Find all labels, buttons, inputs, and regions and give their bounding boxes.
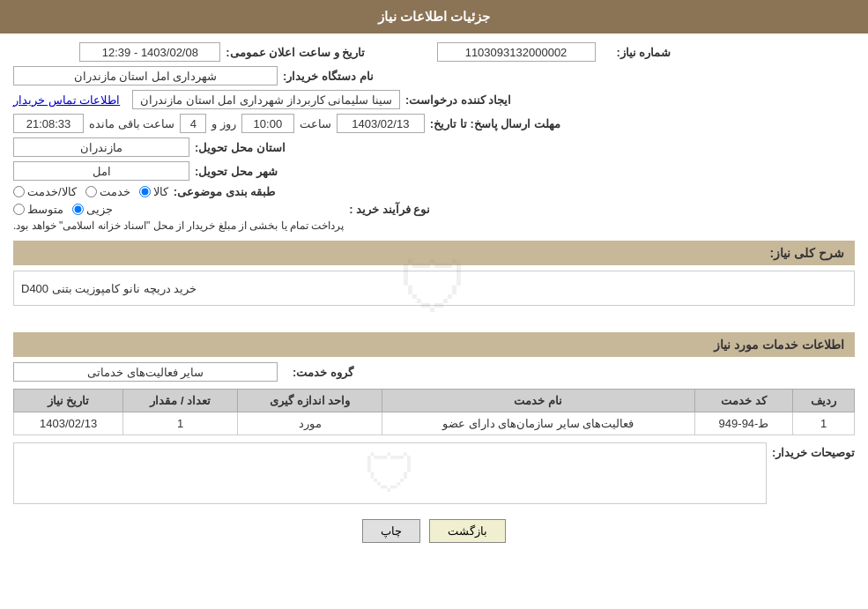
process-motavaset-label: متوسط	[27, 203, 63, 216]
need-number-label: شماره نیاز:	[601, 46, 671, 59]
deadline-remaining-label: ساعت باقی مانده	[89, 117, 174, 130]
service-group-label: گروه خدمت:	[283, 366, 353, 379]
buyer-notes-box: 🛡	[13, 442, 767, 504]
cell-unit: مورد	[238, 412, 382, 435]
services-section-title: اطلاعات خدمات مورد نیاز	[13, 332, 855, 357]
category-khedmat-label: خدمت	[100, 185, 130, 198]
deadline-time-value: 10:00	[241, 114, 294, 133]
category-radio-group: کالا/خدمت خدمت کالا	[13, 185, 168, 198]
deadline-date-value: 1403/02/13	[337, 114, 425, 133]
summary-value: خرید دریچه نانو کامپوزیت بتنی D400 🛡	[13, 271, 855, 306]
main-content: شماره نیاز: 1103093132000002 تاریخ و ساع…	[0, 33, 868, 562]
row-need-number: شماره نیاز: 1103093132000002 تاریخ و ساع…	[13, 42, 855, 62]
buyer-org-label: نام دستگاه خریدار:	[283, 70, 374, 83]
need-number-value: 1103093132000002	[437, 42, 596, 62]
creator-value: سینا سلیمانی کاربرداز شهرداری امل استان …	[132, 90, 400, 109]
process-label: نوع فرآیند خرید :	[349, 203, 430, 216]
city-label: شهر محل تحویل:	[195, 165, 278, 178]
back-button[interactable]: بازگشت	[429, 519, 506, 543]
category-radio-kala[interactable]	[139, 186, 151, 197]
notes-watermark: 🛡	[364, 443, 417, 504]
announce-date-value: 1403/02/08 - 12:39	[79, 42, 220, 62]
category-radio-khedmat[interactable]	[85, 186, 97, 197]
col-name: نام خدمت	[382, 390, 694, 412]
category-kala-label: کالا	[153, 185, 168, 198]
cell-qty: 1	[123, 412, 238, 435]
summary-text: خرید دریچه نانو کامپوزیت بتنی D400	[21, 282, 197, 295]
service-group-value: سایر فعالیت‌های خدماتی	[13, 362, 278, 382]
row-buyer-notes: توصیحات خریدار: 🛡	[13, 442, 855, 504]
print-button[interactable]: چاپ	[362, 519, 420, 543]
category-option-kala: کالا	[139, 185, 168, 198]
creator-label: ایجاد کننده درخواست:	[405, 93, 512, 107]
cell-name: فعالیت‌های سایر سازمان‌های دارای عضو	[382, 412, 694, 435]
summary-area: خرید دریچه نانو کامپوزیت بتنی D400 🛡	[13, 271, 855, 323]
row-buyer-org: نام دستگاه خریدار: شهرداری امل استان ماز…	[13, 66, 855, 85]
category-radio-kala-khedmat[interactable]	[13, 186, 25, 197]
table-header: ردیف کد خدمت نام خدمت واحد اندازه گیری ت…	[14, 390, 855, 412]
summary-section-label: شرح کلی نیاز:	[770, 246, 844, 260]
category-option-khedmat: خدمت	[85, 185, 130, 198]
deadline-label: مهلت ارسال پاسخ: تا تاریخ:	[430, 117, 560, 130]
process-option-motavaset: متوسط	[13, 203, 63, 216]
process-jozii-label: جزیی	[86, 203, 113, 216]
process-note: پرداخت تمام یا بخشی از مبلغ خریدار از مح…	[13, 219, 344, 232]
cell-code: ط-94-949	[694, 412, 793, 435]
deadline-time-label: ساعت	[300, 117, 331, 130]
row-category: طبقه بندی موضوعی: کالا/خدمت خدمت کالا	[13, 185, 855, 198]
col-unit: واحد اندازه گیری	[238, 390, 382, 412]
cell-date: 1403/02/13	[14, 412, 123, 435]
category-label: طبقه بندی موضوعی:	[174, 185, 276, 198]
table-header-row: ردیف کد خدمت نام خدمت واحد اندازه گیری ت…	[14, 390, 855, 412]
buyer-notes-label: توصیحات خریدار:	[772, 442, 855, 459]
cell-row: 1	[793, 412, 855, 435]
summary-section-title: شرح کلی نیاز:	[13, 241, 855, 265]
province-label: استان محل تحویل:	[195, 141, 286, 154]
deadline-remaining-value: 21:08:33	[13, 114, 84, 133]
process-radio-jozii[interactable]	[72, 204, 84, 215]
services-table: ردیف کد خدمت نام خدمت واحد اندازه گیری ت…	[13, 389, 855, 435]
announce-date-label: تاریخ و ساعت اعلان عمومی:	[226, 46, 365, 59]
row-service-group: گروه خدمت: سایر فعالیت‌های خدماتی	[13, 362, 855, 382]
category-kala-khedmat-label: کالا/خدمت	[27, 185, 77, 198]
table-body: 1ط-94-949فعالیت‌های سایر سازمان‌های دارا…	[14, 412, 855, 435]
row-city: شهر محل تحویل: امل	[13, 161, 855, 181]
category-option-kala-khedmat: کالا/خدمت	[13, 185, 77, 198]
page-wrapper: جزئیات اطلاعات نیاز شماره نیاز: 11030931…	[0, 0, 868, 609]
creator-contact-link[interactable]: اطلاعات تماس خریدار	[13, 93, 120, 107]
process-radio-motavaset[interactable]	[13, 204, 25, 215]
row-creator: ایجاد کننده درخواست: سینا سلیمانی کاربرد…	[13, 90, 855, 109]
page-header: جزئیات اطلاعات نیاز	[0, 0, 868, 33]
province-value: مازندران	[13, 137, 189, 157]
process-group: متوسط جزیی پرداخت تمام یا بخشی از مبلغ خ…	[13, 203, 344, 232]
col-row: ردیف	[793, 390, 855, 412]
col-code: کد خدمت	[694, 390, 793, 412]
row-province: استان محل تحویل: مازندران	[13, 137, 855, 157]
buyer-org-value: شهرداری امل استان مازندران	[13, 66, 278, 85]
row-deadline: مهلت ارسال پاسخ: تا تاریخ: 1403/02/13 سا…	[13, 114, 855, 133]
city-value: امل	[13, 161, 189, 181]
table-row: 1ط-94-949فعالیت‌های سایر سازمان‌های دارا…	[14, 412, 855, 435]
deadline-day-label: روز و	[211, 117, 236, 130]
process-radio-group: متوسط جزیی	[13, 203, 344, 216]
deadline-days-value: 4	[180, 114, 206, 133]
process-option-jozii: جزیی	[72, 203, 113, 216]
services-section-label: اطلاعات خدمات مورد نیاز	[714, 338, 844, 352]
col-qty: تعداد / مقدار	[123, 390, 238, 412]
page-title: جزئیات اطلاعات نیاز	[378, 9, 490, 24]
button-group: بازگشت چاپ	[13, 509, 855, 553]
row-process: نوع فرآیند خرید : متوسط جزیی پرداخت تمام…	[13, 203, 855, 232]
col-date: تاریخ نیاز	[14, 390, 123, 412]
